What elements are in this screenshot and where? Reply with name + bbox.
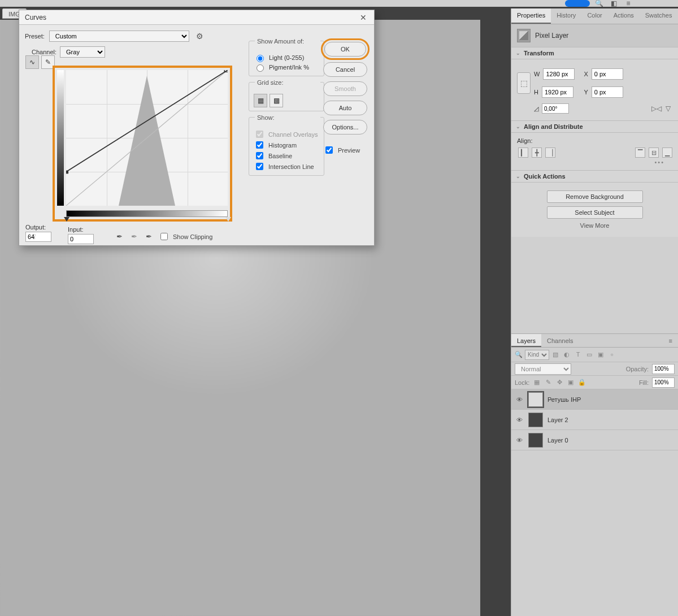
width-field[interactable] <box>543 68 575 80</box>
angle-field[interactable] <box>542 103 569 114</box>
dialog-titlebar[interactable]: Curves ✕ <box>19 10 374 25</box>
gray-eyedropper-icon[interactable]: ✒ <box>129 232 139 242</box>
menu-icon[interactable]: ≡ <box>623 0 634 7</box>
curve-point-tool-icon[interactable]: ∿ <box>25 55 39 69</box>
layer-thumbnail[interactable] <box>528 392 543 407</box>
layer-row[interactable]: 👁 Ретушь IHP <box>511 389 678 410</box>
layer-thumbnail[interactable] <box>528 433 543 448</box>
range-sliders[interactable] <box>64 217 231 222</box>
chk-histogram[interactable]: Histogram <box>254 140 319 150</box>
x-field[interactable] <box>592 68 623 80</box>
channel-select[interactable]: Gray <box>60 46 105 58</box>
layer-name[interactable]: Ретушь IHP <box>547 396 581 403</box>
white-point-slider[interactable] <box>225 217 231 222</box>
smooth-button[interactable]: Smooth <box>323 81 367 96</box>
on-image-tool-icon[interactable]: ☟ <box>27 231 40 243</box>
angle-icon: ◿ <box>534 105 538 112</box>
options-button[interactable]: Options... <box>323 120 367 135</box>
visibility-icon[interactable]: 👁 <box>515 396 524 403</box>
layer-filter-kind[interactable]: Kind <box>525 350 549 360</box>
filter-type-icon[interactable]: T <box>574 351 582 358</box>
radio-light[interactable]: Light (0-255) <box>254 53 319 62</box>
blend-mode-select[interactable]: Normal <box>515 363 571 375</box>
height-field[interactable] <box>542 86 573 98</box>
filter-toggle-icon[interactable]: ● <box>608 351 616 358</box>
input-field[interactable] <box>68 234 94 244</box>
search-icon[interactable]: 🔍 <box>593 0 605 7</box>
layer-row[interactable]: 👁 Layer 2 <box>511 410 678 430</box>
filter-pixel-icon[interactable]: ▧ <box>551 351 559 358</box>
tab-layers[interactable]: Layers <box>511 334 541 347</box>
preset-select[interactable]: Custom <box>49 31 189 42</box>
chk-intersection[interactable]: Intersection Line <box>254 161 319 172</box>
gear-icon[interactable]: ⚙ <box>194 32 206 41</box>
align-bottom-icon[interactable]: ▁ <box>662 148 672 158</box>
flip-horizontal-icon[interactable]: ▷◁ <box>652 104 661 113</box>
black-eyedropper-icon[interactable]: ✒ <box>114 232 124 242</box>
cancel-button[interactable]: Cancel <box>323 62 367 77</box>
layer-name[interactable]: Layer 0 <box>547 437 568 444</box>
select-subject-button[interactable]: Select Subject <box>547 206 643 219</box>
show-amount-legend: Show Amount of: <box>255 38 320 45</box>
align-right-icon[interactable]: ▕ <box>545 148 555 158</box>
preview-checkbox[interactable]: Preview <box>323 145 367 155</box>
layer-thumbnail[interactable] <box>528 413 543 427</box>
layer-row[interactable]: 👁 Layer 0 <box>511 430 678 450</box>
chk-baseline[interactable]: Baseline <box>254 150 319 161</box>
quick-actions-header[interactable]: ⌄Quick Actions <box>511 170 678 183</box>
visibility-icon[interactable]: 👁 <box>515 417 524 423</box>
share-button[interactable] <box>565 0 590 7</box>
filter-adjust-icon[interactable]: ◐ <box>563 351 571 358</box>
auto-button[interactable]: Auto <box>323 101 367 115</box>
workspace-icon[interactable]: ◧ <box>608 0 619 7</box>
align-header[interactable]: ⌄Align and Distribute <box>511 120 678 133</box>
pixel-layer-icon <box>517 29 531 42</box>
ok-button[interactable]: OK <box>324 42 366 57</box>
lock-artboard-icon[interactable]: ▣ <box>567 379 575 386</box>
more-options-icon[interactable]: ••• <box>517 159 672 166</box>
fill-field[interactable] <box>652 378 675 388</box>
y-field[interactable] <box>592 86 623 98</box>
transform-header[interactable]: ⌄Transform <box>511 47 678 59</box>
align-hcenter-icon[interactable]: ╋ <box>532 148 542 158</box>
grid-fine-icon[interactable]: ▩ <box>270 94 283 107</box>
radio-pigment[interactable]: Pigment/Ink % <box>254 63 319 72</box>
layer-kind-label: Pixel Layer <box>535 32 568 40</box>
flip-vertical-icon[interactable]: ▽ <box>663 104 672 113</box>
filter-shape-icon[interactable]: ▭ <box>585 351 593 358</box>
white-eyedropper-icon[interactable]: ✒ <box>144 232 154 242</box>
tab-history[interactable]: History <box>551 8 581 24</box>
filter-smart-icon[interactable]: ▣ <box>597 351 605 358</box>
lock-pixels-icon[interactable]: ▦ <box>533 379 541 386</box>
close-icon[interactable]: ✕ <box>358 12 368 23</box>
align-vcenter-icon[interactable]: ⊟ <box>649 148 659 158</box>
visibility-icon[interactable]: 👁 <box>515 437 524 444</box>
link-wh-icon[interactable]: ⬚ <box>517 72 531 94</box>
layer-name[interactable]: Layer 2 <box>547 417 568 423</box>
align-top-icon[interactable]: ▔ <box>635 148 645 158</box>
chk-channel-overlays[interactable]: Channel Overlays <box>254 129 319 140</box>
align-body: Align: ▎ ╋ ▕ ▔ ⊟ ▁ ••• <box>511 133 678 170</box>
tab-swatches[interactable]: Swatches <box>640 8 678 24</box>
preset-label: Preset: <box>25 33 45 40</box>
black-point-slider[interactable] <box>64 217 69 222</box>
view-more-link[interactable]: View More <box>517 222 672 229</box>
x-label: X <box>584 71 588 77</box>
lock-position-icon[interactable]: ✥ <box>555 379 563 386</box>
show-clipping-checkbox[interactable]: Show Clipping <box>158 231 212 242</box>
lock-all-icon[interactable]: 🔒 <box>578 379 586 386</box>
tab-properties[interactable]: Properties <box>511 8 551 24</box>
remove-background-button[interactable]: Remove Background <box>547 190 643 203</box>
lock-label: Lock: <box>515 379 529 386</box>
search-icon[interactable]: 🔍 <box>515 351 523 358</box>
tab-actions[interactable]: Actions <box>608 8 640 24</box>
layers-menu-icon[interactable]: ≡ <box>663 334 678 347</box>
tab-channels[interactable]: Channels <box>541 334 579 347</box>
tab-color[interactable]: Color <box>581 8 607 24</box>
lock-brush-icon[interactable]: ✎ <box>544 379 552 386</box>
align-left-icon[interactable]: ▎ <box>518 148 528 158</box>
grid-coarse-icon[interactable]: ▦ <box>254 94 267 107</box>
curve-graph[interactable] <box>66 70 228 206</box>
y-label: Y <box>584 89 588 96</box>
opacity-field[interactable] <box>652 364 675 374</box>
